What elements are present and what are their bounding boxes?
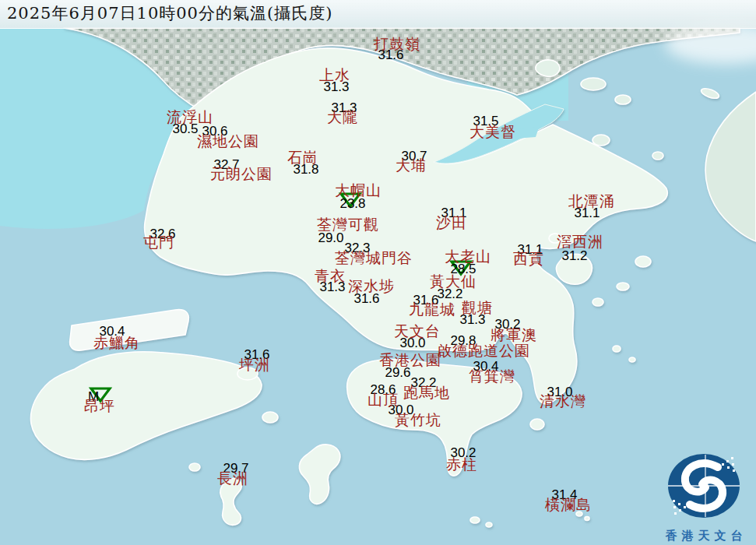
- station-name: 坪洲: [239, 355, 270, 375]
- station-name: 天文台: [394, 322, 441, 342]
- station-name: 觀塘: [462, 298, 493, 318]
- station-name: 青衣: [315, 266, 346, 287]
- station-name: 大美督: [469, 122, 516, 142]
- map-title: 2025年6月07日10時00分的氣溫(攝氏度): [0, 0, 756, 27]
- station-name: 長洲: [217, 469, 248, 489]
- station-name: 荃灣城門谷: [335, 248, 413, 269]
- station-name: 濕地公園: [197, 132, 259, 152]
- station-name: 上水: [319, 65, 350, 86]
- station-name: 荃灣可觀: [317, 215, 379, 235]
- station-name: 黃竹坑: [395, 410, 441, 431]
- station-name: 赤柱: [446, 455, 477, 475]
- station-name: 石崗: [287, 148, 318, 168]
- hko-logo-chinese: 香港天文台: [656, 529, 756, 543]
- station-name: 清水灣: [540, 392, 586, 412]
- station-name: 昂坪: [84, 396, 115, 417]
- hko-logo: 香港天文台 HONG KONG OBSERVATORY: [652, 451, 756, 545]
- station-name: 北潭涌: [568, 192, 615, 212]
- station-name: 香港公園: [379, 350, 441, 371]
- station-name: 元朗公園: [210, 164, 273, 185]
- hko-logo-icon: [656, 451, 751, 524]
- station-name: 沙田: [436, 213, 467, 234]
- station-name: 九龍城: [409, 300, 455, 320]
- station-name: 滘西洲: [557, 232, 603, 252]
- station-name: 深水埗: [348, 276, 395, 297]
- station-name: 筲箕灣: [469, 367, 515, 387]
- station-name: 啟德跑道公園: [437, 341, 530, 361]
- stations-layer: 31.6打鼓嶺31.3上水31.3大隴30.5流浮山30.6濕地公園32.7元朗…: [0, 0, 756, 545]
- station-name: 赤鱲角: [93, 333, 140, 353]
- station-name: 屯門: [143, 233, 174, 253]
- station-name: 跑馬地: [403, 383, 450, 403]
- station-name: 山頂: [367, 390, 399, 410]
- station-name: 大埔: [396, 156, 427, 176]
- station-name: 流浮山: [167, 107, 213, 128]
- station-name: 西貢: [513, 249, 544, 269]
- station-name: 黃大仙: [430, 272, 476, 292]
- station-name: 打鼓嶺: [374, 34, 420, 54]
- title-bar: 2025年6月07日10時00分的氣溫(攝氏度): [0, 0, 756, 29]
- station-name: 大隴: [327, 107, 358, 128]
- weather-map-canvas: 31.6打鼓嶺31.3上水31.3大隴30.5流浮山30.6濕地公園32.7元朗…: [0, 0, 756, 545]
- station-name: 大帽山: [335, 181, 382, 201]
- station-name: 橫瀾島: [545, 495, 592, 515]
- station-name: 大老山: [445, 247, 491, 267]
